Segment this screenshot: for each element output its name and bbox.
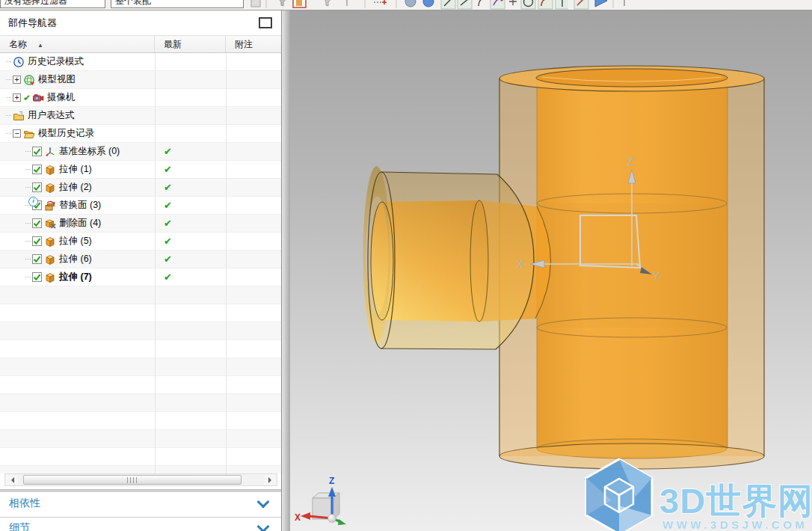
tree-connector [25, 259, 31, 260]
delete-face-icon [44, 218, 56, 230]
active-snap-icon[interactable] [293, 0, 306, 7]
watermark: 3D世界网 WWW.3DSJW.COM [586, 459, 812, 531]
graphics-viewport[interactable]: Z X Y Z X [290, 10, 812, 531]
feature-suppress-checkbox[interactable] [32, 272, 42, 282]
feature-suppress-checkbox[interactable] [32, 218, 42, 228]
extrude-icon [44, 182, 56, 194]
sketch-point-icon[interactable] [509, 0, 517, 5]
feature-suppress-checkbox[interactable] [32, 165, 42, 174]
empty-row [0, 340, 281, 358]
expand-icon[interactable]: + [13, 76, 21, 84]
sketch-constraints-icon[interactable] [621, 0, 628, 6]
feature-label: 摄像机 [47, 91, 76, 104]
sketch-line-icon[interactable] [458, 0, 472, 9]
undock-window-button[interactable] [259, 17, 272, 28]
navigator-row[interactable]: 拉伸 (7)✔ [0, 268, 281, 286]
checkmark-icon: ✔ [23, 93, 31, 103]
feature-label: 历史记录模式 [28, 55, 84, 68]
up-to-date-cell: ✔ [155, 200, 226, 211]
feature-label: 拉伸 (5) [59, 235, 92, 248]
navigator-row[interactable]: i替换面 (3)✔ [0, 197, 281, 215]
feature-label: 模型视图 [38, 73, 76, 86]
column-header-name[interactable]: 名称▲ [0, 36, 155, 52]
filter-icon[interactable] [278, 0, 287, 6]
navigator-row[interactable]: +模型视图 [0, 71, 281, 89]
navigator-row[interactable]: −模型历史记录 [0, 125, 281, 143]
scroll-left-button[interactable] [6, 475, 18, 485]
up-to-date-check-icon: ✔ [164, 182, 172, 193]
feature-suppress-checkbox[interactable] [32, 182, 42, 192]
feature-suppress-checkbox[interactable]: i [32, 200, 42, 210]
sort-ascending-icon: ▲ [37, 37, 43, 54]
feature-label: 替换面 (3) [59, 199, 101, 212]
toolbar-icon-strip-2 [573, 0, 812, 10]
empty-row [0, 430, 281, 448]
sketch-quick-trim-icon[interactable] [574, 0, 588, 9]
scrollbar-grip-icon [127, 477, 138, 483]
feature-suppress-checkbox[interactable] [32, 147, 42, 156]
extrude-icon [44, 254, 56, 266]
up-to-date-check-icon: ✔ [164, 146, 172, 157]
part-navigator-titlebar[interactable]: 部件导航器 [0, 10, 281, 35]
tree-connector [25, 151, 31, 152]
collapse-icon[interactable]: − [13, 129, 21, 138]
dependencies-section-header[interactable]: 相依性 [0, 491, 281, 515]
navigator-row[interactable]: 拉伸 (1)✔ [0, 161, 281, 179]
navigator-row[interactable]: 基准坐标系 (0)✔ [0, 143, 281, 161]
tree-connector [25, 241, 31, 242]
tee-pipe-model[interactable] [363, 66, 764, 469]
up-to-date-check-icon: ✔ [164, 271, 172, 283]
snap-end-icon[interactable] [344, 0, 350, 6]
panel-resize-sash[interactable] [282, 10, 290, 531]
triad-z-label: Z [329, 476, 334, 486]
up-to-date-check-icon: ✔ [164, 254, 172, 265]
empty-row [0, 286, 281, 304]
snap-point-icon[interactable] [325, 0, 332, 6]
up-to-date-cell: ✔ [155, 254, 226, 265]
render-style-shaded-icon[interactable] [405, 0, 416, 7]
scrollbar-thumb[interactable] [23, 475, 242, 485]
feature-suppress-checkbox[interactable] [32, 254, 42, 264]
nx-application-window: { "toolbar": { "selection_filter": "没有选择… [0, 0, 812, 531]
clipboard-icon[interactable] [251, 0, 260, 7]
history-mode-icon [13, 56, 25, 68]
extrude-icon [44, 236, 56, 248]
up-to-date-check-icon: ✔ [164, 200, 172, 211]
triad-x-label: X [295, 512, 301, 523]
navigator-row[interactable]: 拉伸 (5)✔ [0, 233, 281, 251]
extrude-icon [44, 164, 56, 176]
feature-label: 拉伸 (2) [59, 181, 92, 194]
column-header-note[interactable]: 附注 [226, 36, 281, 52]
point-dialog-icon[interactable] [374, 0, 387, 4]
feature-suppress-checkbox[interactable] [32, 236, 42, 246]
sketch-fillet-icon[interactable] [538, 0, 553, 9]
sketch-profile-icon[interactable] [441, 0, 455, 9]
up-to-date-check-icon: ✔ [164, 218, 172, 229]
navigator-row[interactable]: 删除面 (4)✔ [0, 215, 281, 233]
camera-icon [32, 92, 44, 104]
chevron-down-icon [257, 521, 270, 531]
sketch-circle-icon[interactable] [521, 0, 535, 9]
up-to-date-cell: ✔ [155, 236, 226, 247]
scroll-right-button[interactable] [264, 475, 276, 485]
tree-connector [6, 97, 11, 98]
navigator-row[interactable]: 用户表达式 [0, 107, 281, 125]
navigator-row[interactable]: 拉伸 (6)✔ [0, 251, 281, 268]
details-section-header[interactable]: 细节 [0, 517, 281, 531]
column-header-latest[interactable]: 最新 [155, 36, 226, 52]
navigator-row[interactable]: 拉伸 (2)✔ [0, 179, 281, 197]
wcs-z-label: Z [627, 156, 634, 168]
expand-icon[interactable]: + [13, 93, 21, 102]
finish-sketch-icon[interactable] [595, 0, 607, 7]
navigator-row[interactable]: +✔摄像机 [0, 89, 281, 107]
empty-row [0, 322, 281, 340]
tree-connector [6, 115, 11, 116]
up-to-date-cell: ✔ [155, 218, 226, 229]
feature-label: 基准坐标系 (0) [59, 145, 120, 158]
sketch-studio-spline-icon[interactable] [490, 0, 505, 9]
navigator-row[interactable]: 历史记录模式 [0, 53, 281, 71]
render-style-wireframe-icon[interactable] [423, 0, 434, 7]
sketch-arc-icon[interactable] [479, 0, 487, 6]
horizontal-scrollbar[interactable] [4, 473, 277, 486]
sketch-trim-icon[interactable] [556, 0, 568, 9]
